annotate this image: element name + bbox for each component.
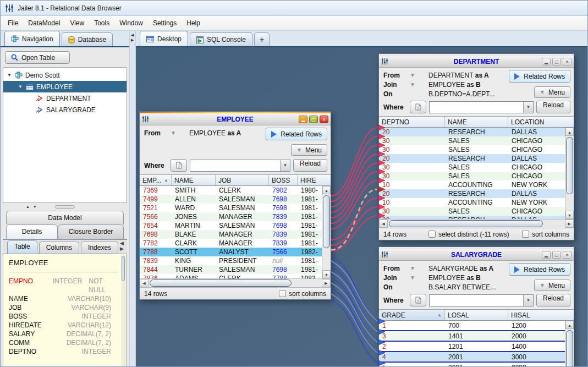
related-rows-button[interactable]: Related Rows <box>266 128 327 140</box>
reload-button[interactable]: Reload <box>536 101 570 113</box>
header-hiredate[interactable]: HIRE <box>298 175 322 185</box>
splitter-arrows-icon[interactable]: ▲ ▼ <box>26 205 38 209</box>
table-row[interactable]: 7782 CLARK MANAGER 7839 1981- <box>140 239 322 248</box>
department-window-titlebar[interactable]: DEPARTMENT ▂ ▢ ✕ <box>379 56 574 68</box>
table-row[interactable]: 30 SALES CHICAGO <box>379 172 565 180</box>
splitter-collapse-icons[interactable]: ◀▶ <box>131 33 134 42</box>
table-row[interactable]: 4 2001 3000 <box>379 352 565 363</box>
vertical-scrollbar[interactable]: ▲ ▼ <box>322 186 331 278</box>
menu-settings[interactable]: Settings <box>148 17 182 29</box>
tree-item-root[interactable]: ▼ Demo Scott <box>3 69 127 81</box>
from-dropdown-icon[interactable]: ▼ <box>410 72 428 78</box>
related-rows-button[interactable]: Related Rows <box>509 263 570 276</box>
header-name[interactable]: NAME <box>445 117 508 127</box>
reload-button[interactable]: Reload <box>536 294 570 306</box>
scroll-up-icon[interactable]: ▲ <box>565 128 574 136</box>
tree-item-employee[interactable]: ▼ EMPLOYEE <box>3 81 127 92</box>
horizontal-scrollbar[interactable]: ◀ ▶ <box>140 278 331 287</box>
table-row[interactable]: 7566 JONES MANAGER 7839 1981- <box>140 212 322 221</box>
menu-datamodel[interactable]: DataModel <box>23 17 65 29</box>
salarygrade-window-titlebar[interactable]: SALARYGRADE ▂ ▢ ✕ <box>379 249 574 261</box>
table-row[interactable]: 7499 ALLEN SALESMAN 7698 1981- <box>140 195 322 204</box>
close-button[interactable]: ✕ <box>563 251 571 259</box>
table-row[interactable]: 7788 SCOTT ANALYST 7566 1982- <box>140 248 322 256</box>
vertical-scrollbar[interactable]: ▲ <box>565 321 574 367</box>
tab-table[interactable]: Table <box>7 240 37 254</box>
expander-icon[interactable]: ▼ <box>7 73 12 78</box>
tab-navigation[interactable]: Navigation <box>4 31 60 46</box>
menu-button[interactable]: ▼ Menu <box>291 144 327 156</box>
table-row[interactable]: 20 RESEARCH DALLAS <box>379 154 565 163</box>
tab-sql-console[interactable]: SQL Console <box>190 32 252 46</box>
minimize-button[interactable]: ▂ <box>299 116 307 123</box>
table-row[interactable]: 20 RESEARCH DALLAS <box>379 128 565 136</box>
header-location[interactable]: LOCATION <box>508 117 565 127</box>
reload-button[interactable]: Reload <box>293 159 327 172</box>
vertical-scrollbar[interactable]: ▲ ▼ <box>565 128 574 219</box>
table-row[interactable]: 10 ACCOUNTING NEW YORK <box>379 198 565 207</box>
maximize-button[interactable]: ▢ <box>552 251 561 259</box>
menu-help[interactable]: Help <box>182 17 205 29</box>
combo-dropdown-icon[interactable]: ▼ <box>523 102 533 113</box>
menu-tools[interactable]: Tools <box>89 17 114 29</box>
table-row[interactable]: 7369 SMITH CLERK 7902 1980- <box>140 186 322 195</box>
scroll-left-icon[interactable]: ◀ <box>379 220 388 228</box>
condition-editor-button[interactable] <box>410 294 426 306</box>
scroll-right-icon[interactable]: ▶ <box>322 279 331 287</box>
maximize-button[interactable]: ▢ <box>309 116 318 123</box>
splitter-grip[interactable] <box>55 205 75 209</box>
header-deptno[interactable]: DEPTNO <box>379 117 445 127</box>
menu-file[interactable]: File <box>3 17 23 29</box>
scroll-right-icon[interactable]: ▶ <box>565 220 574 228</box>
table-row[interactable]: 7654 MARTIN SALESMAN 7698 1981- <box>140 221 322 230</box>
table-row[interactable]: 7839 KING PRESIDENT null 1981- <box>140 256 322 265</box>
table-row[interactable]: 30 SALES CHICAGO <box>379 207 565 216</box>
scroll-down-icon[interactable]: ▼ <box>565 211 574 219</box>
vertical-splitter[interactable]: ◀▶ <box>129 31 136 367</box>
tab-scroll-arrows[interactable]: ◀ ▶ <box>120 240 125 254</box>
related-rows-button[interactable]: Related Rows <box>509 70 570 83</box>
table-row[interactable]: 3 1401 2000 <box>379 331 565 342</box>
tab-indexes[interactable]: Indexes <box>81 242 118 254</box>
join-dropdown-icon[interactable]: ▼ <box>410 81 428 87</box>
tab-data-model[interactable]: Data Model <box>6 211 124 224</box>
details-scrollbar[interactable] <box>121 255 126 366</box>
close-button[interactable]: ✕ <box>320 116 328 123</box>
minimize-button[interactable]: ▂ <box>542 251 551 259</box>
table-row[interactable]: 10 ACCOUNTING NEW YORK <box>379 180 565 189</box>
scroll-up-icon[interactable]: ▲ <box>565 321 574 329</box>
table-row[interactable]: 2 1201 1400 <box>379 342 565 352</box>
header-hisal[interactable]: HISAL <box>508 310 565 320</box>
sort-columns-checkbox[interactable] <box>522 231 529 238</box>
table-row[interactable]: 7876 ADAMS CLERK 7788 1983- <box>140 274 322 278</box>
minimize-button[interactable]: ▂ <box>542 58 551 65</box>
sort-columns-checkbox[interactable] <box>279 290 286 297</box>
horizontal-scrollbar[interactable]: ◀ ▶ <box>379 219 574 228</box>
table-row[interactable]: 1 700 1200 <box>379 321 565 331</box>
add-tab-button[interactable]: + <box>254 32 270 46</box>
header-boss[interactable]: BOSS <box>269 175 298 185</box>
header-grade[interactable]: GRADE▲ <box>379 310 445 320</box>
scroll-down-icon[interactable]: ▼ <box>322 270 331 278</box>
maximize-button[interactable]: ▢ <box>552 58 561 65</box>
from-dropdown-icon[interactable]: ▼ <box>410 265 428 271</box>
employee-window-titlebar[interactable]: EMPLOYEE ▂ ▢ ✕ <box>140 113 331 125</box>
where-condition-combobox[interactable]: ▼ <box>429 294 534 306</box>
table-row[interactable]: 7521 WARD SALESMAN 7698 1981- <box>140 204 322 212</box>
select-distinct-checkbox[interactable] <box>428 231 436 238</box>
table-row[interactable]: 7844 TURNER SALESMAN 7698 1981- <box>140 265 322 274</box>
tab-details[interactable]: Details <box>6 224 58 239</box>
where-condition-combobox[interactable]: ▼ <box>190 160 290 172</box>
combo-dropdown-icon[interactable]: ▼ <box>523 295 533 306</box>
table-row[interactable]: 30 SALES CHICAGO <box>379 136 565 145</box>
menu-view[interactable]: View <box>65 17 89 29</box>
tree-item-salarygrade[interactable]: SALARYGRADE <box>3 104 127 116</box>
table-row[interactable]: 20 RESEARCH DALLAS <box>379 189 565 198</box>
tree-item-department[interactable]: DEPARTMENT <box>3 92 127 104</box>
header-empno[interactable]: EMP...▲ <box>140 175 172 185</box>
combo-dropdown-icon[interactable]: ▼ <box>280 160 290 171</box>
menu-window[interactable]: Window <box>114 17 148 29</box>
open-table-button[interactable]: Open Table <box>5 51 70 64</box>
table-row[interactable]: 7698 BLAKE MANAGER 7839 1981- <box>140 230 322 239</box>
menu-button[interactable]: ▼ Menu <box>534 86 570 98</box>
